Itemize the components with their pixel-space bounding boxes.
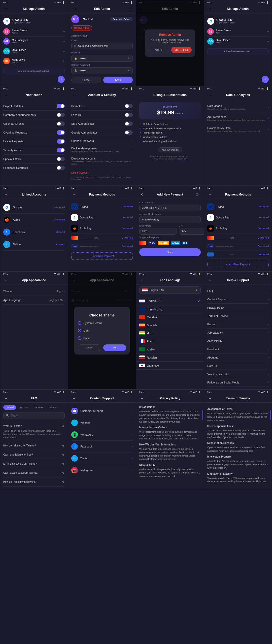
scan-icon[interactable]: ⊡ (196, 192, 201, 197)
expiry-field[interactable] (139, 228, 177, 235)
ad-preferences-item[interactable]: Ad Preferences Expanded ad personalizati… (207, 113, 269, 124)
eye-icon-2[interactable]: 👁 (127, 69, 130, 72)
help-terms[interactable]: Terms of Service › (207, 312, 269, 320)
help-job-vacancy[interactable]: Job Vacancy › (207, 329, 269, 337)
contact-instagram[interactable]: 📷 Instagram › (71, 464, 133, 476)
lang-mandarin[interactable]: Mandarin (136, 313, 204, 321)
faq-q2[interactable]: How do I sign up for Talento? ∨ (3, 443, 65, 448)
toggle-face-id[interactable] (125, 113, 133, 117)
search-box[interactable]: 🔍 (3, 412, 65, 419)
edit-icon-mr[interactable]: ✏ (63, 40, 65, 43)
lang-french[interactable]: French (136, 337, 204, 345)
subscription-link[interactable]: here. (184, 158, 188, 160)
deactivate-account-item[interactable]: Deactivate Account Temporarily deactivat… (71, 155, 133, 167)
back-button[interactable]: ← (71, 92, 76, 98)
back-button[interactable]: ← (71, 6, 76, 11)
toggle-google-auth[interactable] (125, 130, 133, 135)
close-button[interactable]: ✕ (139, 192, 144, 197)
tab-services[interactable]: Services (32, 405, 46, 410)
faq-q5[interactable]: Can I export data from Talento? ∨ (3, 470, 65, 475)
back-button[interactable]: ← (3, 396, 8, 401)
card-number-field[interactable] (139, 205, 201, 211)
cancel-button[interactable]: Cancel (71, 77, 101, 83)
back-button[interactable]: ← (139, 278, 144, 283)
more-icon[interactable]: ⋮ (128, 7, 133, 11)
toggle-company-announcements[interactable] (57, 113, 65, 117)
toggle-security-alerts[interactable] (57, 148, 65, 152)
faq-q4[interactable]: Is my data secure on Talento? ∨ (3, 461, 65, 466)
data-usage-item[interactable]: Data Usage Control how your data is used… (207, 102, 269, 113)
back-button[interactable]: ← (71, 192, 76, 197)
confirm-password-input[interactable] (79, 69, 126, 72)
help-privacy-policy[interactable]: Privacy Policy › (207, 304, 269, 312)
help-partner[interactable]: Partner › (207, 320, 269, 329)
delete-account-link[interactable]: Delete Account (71, 169, 133, 176)
search-input[interactable] (11, 414, 62, 417)
toggle-calendar-events[interactable] (57, 121, 65, 126)
back-button[interactable]: ← (207, 6, 212, 11)
lang-russian[interactable]: Russian (136, 353, 204, 362)
theme-light[interactable]: Light (78, 327, 126, 334)
download-data-item[interactable]: Download My Data Request a copy of your … (207, 124, 269, 135)
back-button[interactable]: ← (139, 396, 144, 401)
lang-hindi[interactable]: Hindi (136, 329, 204, 337)
edit-icon-ml[interactable]: ✏ (63, 60, 65, 62)
back-button[interactable]: ← (207, 278, 212, 283)
cvv-field[interactable] (179, 228, 204, 235)
back-button[interactable]: ← (3, 192, 8, 197)
tab-general[interactable]: General (3, 405, 16, 410)
cancel-button[interactable]: Cancel (148, 47, 169, 53)
contact-whatsapp[interactable]: 📱 WhatsApp › (71, 429, 133, 441)
back-button[interactable]: ← (71, 396, 76, 401)
back-button[interactable]: ← (207, 192, 212, 197)
toggle-leave-requests[interactable] (57, 139, 65, 144)
add-payment-button-2[interactable]: + Add New Payment (207, 261, 269, 268)
language-selector[interactable]: English (US) ▼ (139, 286, 201, 294)
theme-item[interactable]: Theme Light › (3, 287, 65, 296)
password-input[interactable] (79, 57, 126, 60)
faq-q1[interactable]: What is Talento? ∧ (3, 424, 65, 428)
holder-name-input[interactable] (142, 218, 198, 221)
lang-en-us[interactable]: English (US) ✓ (136, 297, 204, 305)
change-password-item[interactable]: Change Password › (71, 137, 133, 145)
lang-spanish[interactable]: Spanish (136, 321, 204, 329)
cancel-theme-button[interactable]: Cancel (78, 344, 101, 351)
edit-icon-eb2[interactable]: ✏ (267, 30, 269, 33)
lang-japanese[interactable]: Japanese (136, 362, 204, 370)
lang-en-uk[interactable]: English (UK) (136, 305, 204, 313)
faq-q6[interactable]: How do I reset my password? ∨ (3, 479, 65, 484)
back-button[interactable]: ← (3, 278, 8, 283)
contact-twitter[interactable]: 🐦 Twitter › (71, 453, 133, 464)
contact-facebook[interactable]: 📘 Facebook › (71, 441, 133, 453)
theme-system-default[interactable]: System Default (78, 319, 126, 327)
add-payment-button[interactable]: + Add New Payment (71, 252, 133, 260)
help-contact-support[interactable]: Contact Support › (207, 295, 269, 304)
toggle-feedback-requests[interactable] (57, 166, 65, 170)
password-field[interactable]: 🔒 👁 (71, 55, 133, 62)
holder-name-field[interactable] (139, 216, 201, 223)
contact-customer-support[interactable]: 💬 Customer Support › (71, 405, 133, 417)
radio-light[interactable] (78, 329, 81, 332)
back-button[interactable]: ← (3, 92, 8, 98)
add-admin-button-2[interactable]: + (262, 76, 269, 83)
help-rate-us[interactable]: Rate us › (207, 362, 269, 370)
back-button[interactable]: ← (207, 92, 212, 98)
edit-icon-og[interactable]: ✏ (63, 50, 65, 53)
cvv-input[interactable] (182, 230, 204, 233)
contact-website[interactable]: 🌐 Website › (71, 417, 133, 429)
toggle-overtime-requests[interactable] (57, 130, 65, 135)
edit-icon-og2[interactable]: ✏ (267, 40, 269, 43)
help-about-us[interactable]: About us › (207, 353, 269, 362)
help-faq[interactable]: FAQ › (207, 287, 269, 295)
help-social-media[interactable]: Follow us on Social Media › (207, 378, 269, 387)
confirm-password-field[interactable]: 🔒 👁 (71, 67, 133, 74)
help-accessibility[interactable]: Accessibility › (207, 337, 269, 345)
tab-account[interactable]: Account (17, 405, 31, 410)
radio-dark[interactable] (78, 336, 81, 340)
card-number-input[interactable] (142, 207, 198, 209)
theme-dark[interactable]: Dark (78, 334, 126, 342)
save-button[interactable]: Save (139, 248, 201, 256)
faq-q3[interactable]: Can I use Talento for free? ∨ (3, 452, 65, 457)
help-website[interactable]: Visit Our Website › (207, 370, 269, 378)
deactivate-button[interactable]: Deactivate Admin (110, 17, 133, 21)
